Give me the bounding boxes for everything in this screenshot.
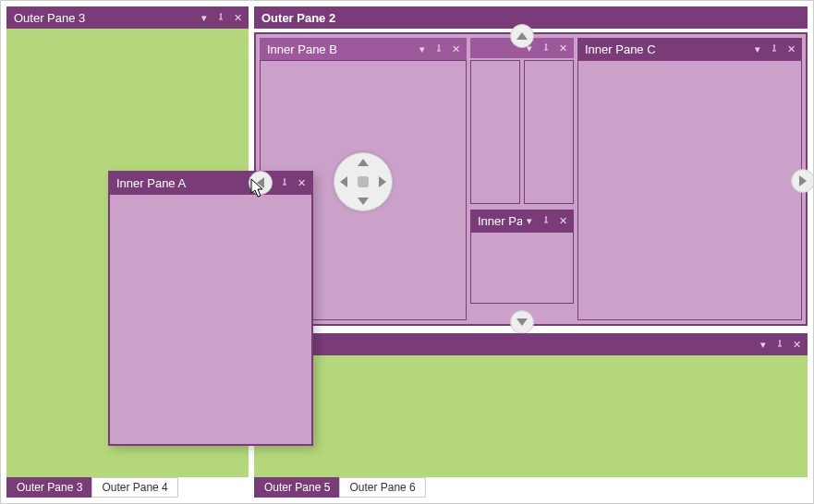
tab-outer-pane-4[interactable]: Outer Pane 4 [91, 477, 177, 498]
outer-pane-5-body [254, 355, 808, 477]
close-icon[interactable]: ✕ [448, 42, 463, 56]
close-icon[interactable]: ✕ [555, 213, 570, 228]
inner-narrow-left-body [470, 60, 520, 204]
close-icon[interactable]: ✕ [294, 175, 309, 190]
dock-edge-left[interactable] [249, 171, 273, 195]
inner-pane-c-title: Inner Pane C [581, 42, 750, 56]
inner-pane-c-titlebar[interactable]: Inner Pane C ▾ ✕ [577, 38, 802, 60]
pin-icon[interactable] [431, 42, 446, 56]
dock-edge-right[interactable] [791, 169, 814, 193]
dropdown-icon[interactable]: ▾ [415, 42, 430, 56]
dock-left-icon[interactable] [340, 176, 347, 187]
close-icon[interactable]: ✕ [784, 42, 798, 56]
dock-compass[interactable] [334, 152, 393, 211]
dropdown-icon[interactable]: ▾ [756, 337, 771, 352]
inner-pa-body [470, 232, 574, 304]
tab-outer-pane-6[interactable]: Outer Pane 6 [339, 477, 425, 498]
close-icon[interactable]: ✕ [230, 10, 245, 25]
dock-center-icon[interactable] [358, 176, 369, 187]
pin-icon[interactable] [767, 42, 782, 56]
inner-narrow-right-body [524, 60, 574, 204]
dock-up-icon[interactable] [358, 159, 369, 166]
dock-down-icon[interactable] [358, 198, 369, 205]
dropdown-icon[interactable]: ▾ [522, 213, 537, 228]
inner-pa-title: Inner Pa [474, 214, 522, 228]
pin-icon[interactable] [539, 213, 553, 228]
outer-pane-2-titlebar[interactable]: Outer Pane 2 [254, 6, 808, 29]
left-tab-strip: Outer Pane 3 Outer Pane 4 [6, 477, 249, 498]
pin-icon[interactable] [277, 175, 292, 190]
pin-icon[interactable] [213, 10, 228, 25]
outer-pane-2-title: Outer Pane 2 [258, 11, 804, 25]
pin-icon[interactable] [772, 337, 787, 352]
dropdown-icon[interactable]: ▾ [197, 10, 212, 25]
inner-pane-b-titlebar[interactable]: Inner Pane B ▾ ✕ [260, 38, 467, 60]
dock-edge-top[interactable] [510, 24, 534, 48]
dropdown-icon[interactable]: ▾ [750, 42, 765, 56]
dock-right-icon[interactable] [379, 176, 386, 187]
close-icon[interactable]: ✕ [789, 337, 804, 352]
outer-pane-3-titlebar[interactable]: Outer Pane 3 ▾ ✕ [6, 6, 249, 29]
inner-pane-a-titlebar[interactable]: Inner Pane A ✕ [109, 172, 312, 194]
inner-pa-titlebar[interactable]: Inner Pa ▾ ✕ [470, 210, 574, 232]
inner-pane-b-title: Inner Pane B [263, 42, 415, 56]
inner-pane-a-body [109, 194, 312, 445]
inner-pane-c-body [577, 60, 802, 320]
lower-pane-titlebar[interactable]: ▾ ✕ [254, 333, 808, 355]
outer-pane-3-title: Outer Pane 3 [10, 11, 197, 25]
tab-outer-pane-3[interactable]: Outer Pane 3 [6, 477, 92, 498]
right-tab-strip: Outer Pane 5 Outer Pane 6 [254, 477, 808, 498]
close-icon[interactable]: ✕ [555, 41, 570, 55]
tab-outer-pane-5[interactable]: Outer Pane 5 [254, 477, 340, 498]
pin-icon[interactable] [539, 41, 553, 55]
dock-edge-bottom[interactable] [510, 310, 534, 334]
